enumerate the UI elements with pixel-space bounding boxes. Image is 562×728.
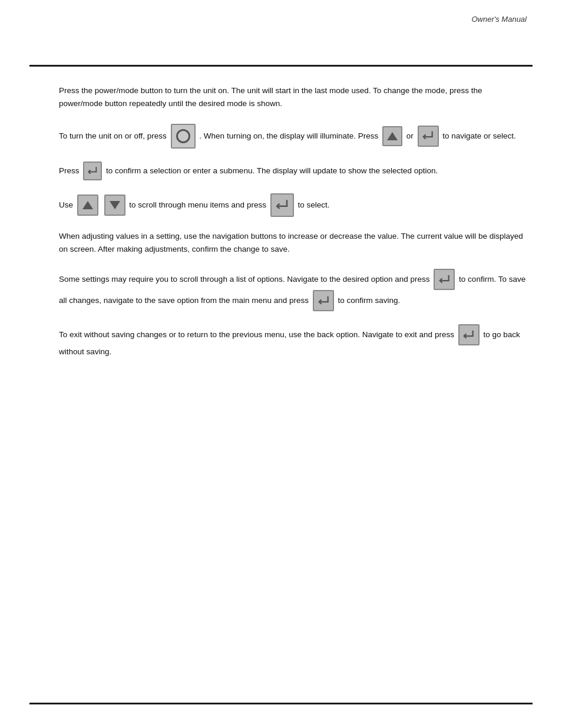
header: Owner's Manual [0,0,562,65]
up-arrow-icon [382,126,402,146]
enter-icon-1 [418,126,439,147]
paragraph-1: Press the power/mode button to turn the … [59,84,527,111]
section-7: To exit without saving changes or to ret… [59,324,527,358]
down-arrow-icon [104,195,125,216]
section-3: Press to confirm a selection or enter a … [59,162,527,180]
paragraph-3: Press to confirm a selection or enter a … [59,162,527,180]
section-5: When adjusting values in a setting, use … [59,230,527,256]
paragraph-2: To turn the unit on or off, press . When… [59,124,527,149]
page-container: Owner's Manual Press the power/mode butt… [0,0,562,728]
enter-icon-2 [83,162,102,180]
paragraph-7: To exit without saving changes or to ret… [59,324,527,358]
section-6: Some settings may require you to scroll … [59,269,527,311]
paragraph-5: When adjusting values in a setting, use … [59,230,527,256]
enter-icon-6 [458,324,480,345]
paragraph-4: Use to scroll through menu items and pre… [59,193,527,217]
paragraph-6: Some settings may require you to scroll … [59,269,527,311]
enter-icon-4 [434,269,455,290]
section-2: To turn the unit on or off, press . When… [59,124,527,149]
power-icon [171,124,196,149]
main-content: Press the power/mode button to turn the … [0,67,562,389]
bottom-rule [29,703,533,704]
page-title: Owner's Manual [471,15,527,24]
enter-icon-5 [313,290,334,311]
section-1: Press the power/mode button to turn the … [59,84,527,111]
enter-icon-3 [270,193,294,217]
section-4: Use to scroll through menu items and pre… [59,193,527,217]
up-arrow-icon-2 [77,195,98,216]
